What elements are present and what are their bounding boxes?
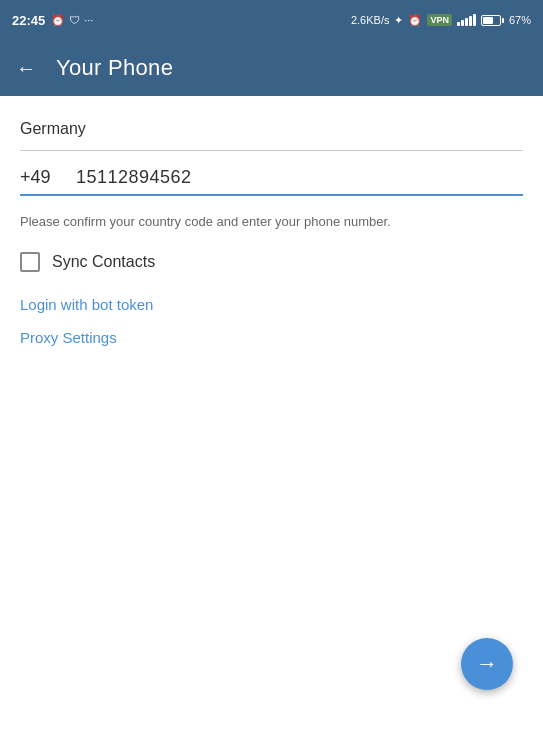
app-bar: ← Your Phone (0, 40, 543, 96)
menu-icon: ··· (84, 14, 93, 26)
signal-bar-2 (461, 20, 464, 26)
signal-bars (457, 14, 476, 26)
country-name: Germany (20, 120, 86, 137)
status-right: 2.6KB/s ✦ ⏰ VPN 67% (351, 14, 531, 27)
arrow-right-icon: → (476, 653, 498, 675)
next-fab-button[interactable]: → (461, 638, 513, 690)
battery-tip (502, 18, 504, 23)
phone-row: +49 (20, 167, 523, 196)
network-speed: 2.6KB/s (351, 14, 390, 26)
sync-contacts-checkbox[interactable] (20, 252, 40, 272)
proxy-settings-link[interactable]: Proxy Settings (20, 329, 523, 346)
bluetooth-icon: ✦ (394, 14, 403, 27)
login-with-bot-token-link[interactable]: Login with bot token (20, 296, 523, 313)
status-time: 22:45 (12, 13, 45, 28)
status-left: 22:45 ⏰ 🛡 ··· (12, 13, 93, 28)
back-button[interactable]: ← (16, 58, 36, 78)
battery (481, 15, 504, 26)
signal-bar-5 (473, 14, 476, 26)
status-icons: ⏰ 🛡 ··· (51, 14, 93, 27)
alarm-icon: ⏰ (51, 14, 65, 27)
status-bar: 22:45 ⏰ 🛡 ··· 2.6KB/s ✦ ⏰ VPN 67% (0, 0, 543, 40)
alarm-icon-right: ⏰ (408, 14, 422, 27)
sync-contacts-label: Sync Contacts (52, 253, 155, 271)
help-text: Please confirm your country code and ent… (20, 212, 523, 232)
phone-input[interactable] (76, 167, 523, 188)
country-code: +49 (20, 167, 60, 188)
vpn-badge: VPN (427, 14, 452, 26)
battery-fill (483, 17, 493, 24)
battery-percent: 67% (509, 14, 531, 26)
country-selector[interactable]: Germany (20, 120, 523, 151)
signal-bar-1 (457, 22, 460, 26)
signal-bar-4 (469, 16, 472, 26)
sync-contacts-row: Sync Contacts (20, 252, 523, 272)
signal-bar-3 (465, 18, 468, 26)
shield-icon: 🛡 (69, 14, 80, 26)
page-title: Your Phone (56, 55, 173, 81)
form-content: Germany +49 Please confirm your country … (0, 96, 543, 386)
battery-body (481, 15, 501, 26)
